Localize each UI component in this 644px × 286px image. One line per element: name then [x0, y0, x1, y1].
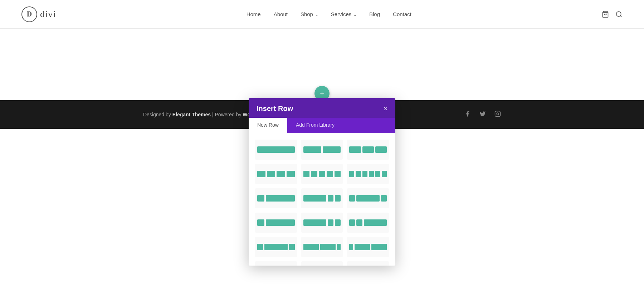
logo[interactable]: D divi — [21, 6, 56, 22]
logo-icon: D — [21, 6, 37, 22]
layout-row5-v2[interactable] — [301, 261, 343, 266]
nav-link-shop[interactable]: Shop ⌄ — [301, 11, 318, 17]
layout-1-2col[interactable] — [255, 188, 297, 208]
layout-2-1col[interactable] — [301, 188, 343, 208]
layout-narrow-wide[interactable] — [255, 213, 297, 233]
nav-link-services[interactable]: Services ⌄ — [331, 11, 356, 17]
footer-elegant-themes: Elegant Themes — [172, 112, 211, 117]
modal-header: Insert Row × — [249, 98, 395, 118]
nav-item-blog[interactable]: Blog — [369, 11, 380, 18]
search-button[interactable] — [615, 11, 623, 18]
layout-row5-v1[interactable] — [255, 261, 297, 266]
footer-designed-by: Designed by — [143, 112, 172, 117]
nav-link-home[interactable]: Home — [247, 11, 261, 17]
modal-close-button[interactable]: × — [384, 106, 387, 117]
nav-link-contact[interactable]: Contact — [393, 11, 411, 17]
layout-row5-v3[interactable] — [347, 261, 389, 266]
layout-4col[interactable] — [255, 164, 297, 184]
nav-link-blog[interactable]: Blog — [369, 11, 380, 17]
instagram-icon[interactable] — [494, 111, 501, 119]
cart-icon — [602, 11, 609, 18]
tab-new-row[interactable]: New Row — [249, 118, 287, 133]
layout-row4-v2[interactable] — [301, 237, 343, 257]
nav-item-about[interactable]: About — [274, 11, 288, 18]
layout-3col[interactable] — [347, 140, 389, 160]
facebook-icon[interactable] — [464, 111, 471, 119]
layout-wide-narrow-narrow[interactable] — [301, 213, 343, 233]
footer-powered-by: | Powered by — [212, 112, 243, 117]
nav-item-contact[interactable]: Contact — [393, 11, 411, 18]
twitter-icon[interactable] — [479, 111, 486, 119]
logo-text: divi — [40, 9, 56, 20]
add-row-top-icon: + — [320, 89, 324, 98]
modal-tabs: New Row Add From Library — [249, 118, 395, 133]
layout-narrow-narrow-wide[interactable] — [347, 213, 389, 233]
layout-5col[interactable] — [301, 164, 343, 184]
layout-2col[interactable] — [301, 140, 343, 160]
layout-row4-v1[interactable] — [255, 237, 297, 257]
nav-icons — [602, 11, 623, 18]
layout-row4-v3[interactable] — [347, 237, 389, 257]
svg-point-1 — [616, 11, 621, 16]
svg-line-2 — [620, 15, 622, 17]
nav-item-home[interactable]: Home — [247, 11, 261, 18]
layout-6col[interactable] — [347, 164, 389, 184]
shop-chevron-icon: ⌄ — [314, 13, 318, 17]
page-main: + Insert Row × New Row Add From Library — [0, 29, 644, 100]
modal-title: Insert Row — [257, 105, 293, 118]
layout-1col[interactable] — [255, 140, 297, 160]
cart-button[interactable] — [602, 11, 609, 18]
nav-item-shop[interactable]: Shop ⌄ — [301, 11, 318, 18]
layout-3col-v2[interactable] — [347, 188, 389, 208]
insert-row-modal: Insert Row × New Row Add From Library — [249, 98, 395, 266]
navbar: D divi Home About Shop ⌄ Services ⌄ Blog… — [0, 0, 644, 29]
svg-rect-3 — [495, 111, 501, 116]
nav-link-about[interactable]: About — [274, 11, 288, 17]
tab-add-from-library[interactable]: Add From Library — [287, 118, 343, 133]
services-chevron-icon: ⌄ — [352, 13, 356, 17]
nav-links: Home About Shop ⌄ Services ⌄ Blog Contac… — [247, 11, 411, 18]
footer-social — [464, 111, 501, 119]
search-icon — [615, 11, 623, 18]
nav-item-services[interactable]: Services ⌄ — [331, 11, 356, 18]
modal-body — [249, 133, 395, 266]
